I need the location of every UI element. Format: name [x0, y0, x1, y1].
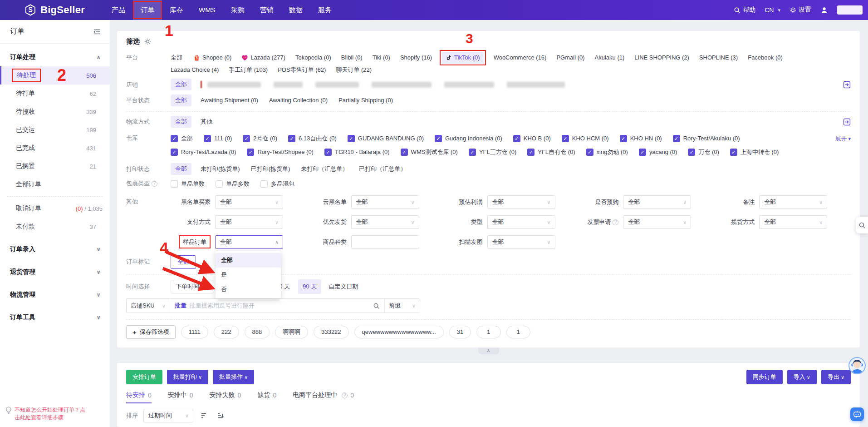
store-panel-expand-icon[interactable]: [843, 81, 851, 89]
tab-arrange-failed[interactable]: 安排失败0: [210, 391, 241, 403]
sidebar-item-to-print[interactable]: 待打单62: [0, 84, 110, 103]
help-tip-link[interactable]: 不知道怎么开始处理订单？点击此处查看详细步骤: [5, 406, 90, 422]
warehouse-checkbox-all[interactable]: 全部: [171, 132, 193, 145]
saved-filter-pill[interactable]: 1: [506, 326, 530, 338]
sidebar-section-order-entry[interactable]: 订单录入: [0, 240, 110, 258]
warehouse-checkbox[interactable]: 111 (0): [204, 132, 232, 145]
warehouse-checkbox[interactable]: TGR10 - Balaraja (0): [324, 145, 390, 159]
warehouse-checkbox[interactable]: 6.13自由仓 (0): [288, 132, 337, 145]
filter-settings-gear-icon[interactable]: [144, 38, 151, 45]
warehouse-checkbox[interactable]: xing勿动 (0): [586, 145, 628, 159]
platform-status-all-chip[interactable]: 全部: [171, 94, 191, 106]
sample-order-select[interactable]: 全部 全部 是 否: [215, 235, 283, 249]
platform-tokopedia[interactable]: Tokopedia (0): [295, 52, 331, 64]
saved-filter-pill[interactable]: 333222: [314, 326, 348, 338]
sidebar-section-returns[interactable]: 退货管理: [0, 263, 110, 281]
warehouse-checkbox[interactable]: KHO HCM (0): [562, 132, 609, 145]
invoice-request-select[interactable]: 全部: [623, 215, 691, 229]
settings-link[interactable]: 设置: [790, 6, 811, 14]
sidebar-section-order-tools[interactable]: 订单工具: [0, 308, 110, 327]
sort-select[interactable]: 过期时间: [143, 409, 193, 422]
status-partially-shipping[interactable]: Partially Shipping (0): [338, 94, 393, 107]
warehouse-checkbox[interactable]: WMS测试仓库 (0): [401, 145, 458, 159]
platform-shopline[interactable]: SHOPLINE (3): [699, 52, 738, 64]
tab-out-of-stock[interactable]: 缺货0: [257, 391, 276, 403]
sidebar-collapse-icon[interactable]: [93, 29, 101, 35]
platform-blibli[interactable]: Blibli (0): [341, 52, 363, 64]
sidebar-item-pending[interactable]: 待处理 2 506: [0, 66, 110, 84]
payment-method-select[interactable]: 全部: [215, 215, 283, 229]
priority-ship-select[interactable]: 全部: [351, 215, 419, 229]
platform-shopee[interactable]: Shopee (0): [193, 52, 231, 64]
search-type-select[interactable]: 店铺SKU∨: [127, 299, 170, 313]
dropdown-option-all[interactable]: 全部: [216, 253, 281, 268]
warehouse-checkbox[interactable]: KHO B (0): [513, 132, 551, 145]
sidebar-item-shipped[interactable]: 已交运199: [0, 121, 110, 139]
help-link[interactable]: 帮助: [734, 6, 755, 14]
nav-item-purchase[interactable]: 采购: [223, 0, 252, 20]
nav-item-services[interactable]: 服务: [310, 0, 339, 20]
platform-akulaku[interactable]: Akulaku (1): [595, 52, 625, 64]
saved-filter-pill[interactable]: 888: [245, 326, 270, 338]
nav-item-wms[interactable]: WMS: [191, 0, 223, 20]
floating-search-tab[interactable]: [856, 217, 868, 233]
status-awaiting-shipment[interactable]: Awaiting Shipment (0): [201, 94, 258, 107]
platform-lazada[interactable]: Lazada (277): [241, 52, 285, 64]
product-category-input[interactable]: [351, 235, 419, 249]
platform-pgmall[interactable]: PGmall (0): [556, 52, 584, 64]
language-selector[interactable]: CN: [765, 6, 780, 14]
user-avatar-icon[interactable]: [820, 6, 828, 14]
sidebar-item-completed[interactable]: 已完成431: [0, 139, 110, 157]
warehouse-checkbox[interactable]: YFL三方仓 (0): [469, 145, 516, 159]
cloud-blacklist-select[interactable]: 全部: [351, 195, 419, 209]
sidebar-item-unpaid[interactable]: 未付款37: [0, 218, 110, 236]
package-type-checkbox[interactable]: 多品混包: [260, 177, 294, 191]
nav-item-inventory[interactable]: 库存: [162, 0, 191, 20]
warehouse-expand-link[interactable]: 展开: [835, 132, 851, 145]
sidebar-section-order-processing[interactable]: 订单处理: [0, 48, 110, 66]
sidebar-item-on-hold[interactable]: 已搁置21: [0, 157, 110, 175]
platform-shopify[interactable]: Shopify (16): [400, 52, 432, 64]
customer-service-avatar[interactable]: [848, 357, 866, 374]
estimated-profit-select[interactable]: 全部: [487, 195, 555, 209]
export-button[interactable]: 导出: [821, 370, 851, 384]
nav-item-data[interactable]: 数据: [281, 0, 310, 20]
tab-to-arrange[interactable]: 待安排0: [126, 391, 152, 403]
chat-widget-button[interactable]: [850, 407, 864, 421]
logistics-other[interactable]: 其他: [201, 115, 212, 128]
warehouse-checkbox[interactable]: 2号仓 (0): [243, 132, 277, 145]
pickup-method-select[interactable]: 全部: [759, 215, 827, 229]
batch-operations-button[interactable]: 批量操作: [213, 370, 254, 384]
save-filter-button[interactable]: 保存筛选项: [126, 325, 176, 339]
saved-filter-pill[interactable]: qewewwwwwwwwwwwww...: [354, 326, 444, 338]
print-status-option[interactable]: 已打印（汇总单）: [359, 163, 406, 175]
print-status-option[interactable]: 未打印（汇总单）: [301, 163, 348, 175]
match-mode-select[interactable]: 前缀∨: [384, 299, 420, 313]
warehouse-checkbox[interactable]: Rory-Test/Shopee (0): [247, 145, 314, 159]
sidebar-section-logistics[interactable]: 物流管理: [0, 286, 110, 304]
tab-platform-processing[interactable]: 电商平台处理中0: [293, 391, 354, 403]
saved-filter-pill[interactable]: 1: [476, 326, 500, 338]
warehouse-checkbox[interactable]: GUDANG BANDUNG (0): [348, 132, 424, 145]
time-type-select[interactable]: 下单时间: [171, 280, 214, 293]
saved-filter-pill[interactable]: 1111: [181, 326, 208, 338]
warehouse-checkbox[interactable]: YFL自有仓 (0): [527, 145, 575, 159]
saved-filter-pill[interactable]: 啊啊啊: [275, 326, 308, 338]
scan-photo-select[interactable]: 全部: [487, 235, 555, 249]
sort-descending-icon[interactable]: [199, 410, 210, 421]
logistics-all-chip[interactable]: 全部: [171, 116, 191, 128]
status-awaiting-collection[interactable]: Awaiting Collection (0): [269, 94, 328, 107]
time-option-custom[interactable]: 自定义日期: [329, 280, 358, 293]
batch-print-button[interactable]: 批量打印: [167, 370, 208, 384]
platform-lazada-choice[interactable]: Lazada Choice (4): [171, 64, 219, 76]
platform-chat-orders[interactable]: 聊天订单 (22): [336, 64, 372, 76]
store-all-chip[interactable]: 全部: [171, 79, 191, 90]
sidebar-item-to-collect[interactable]: 待揽收339: [0, 103, 110, 121]
print-status-option[interactable]: 未打印(拣货单): [201, 163, 240, 175]
info-icon[interactable]: [613, 219, 618, 225]
collapse-filter-handle[interactable]: [478, 348, 499, 354]
platform-pos-retail[interactable]: POS零售订单 (62): [278, 64, 326, 76]
warehouse-checkbox[interactable]: KHO HN (0): [620, 132, 662, 145]
saved-filter-pill[interactable]: 222: [214, 326, 239, 338]
dropdown-option-yes[interactable]: 是: [216, 268, 281, 282]
